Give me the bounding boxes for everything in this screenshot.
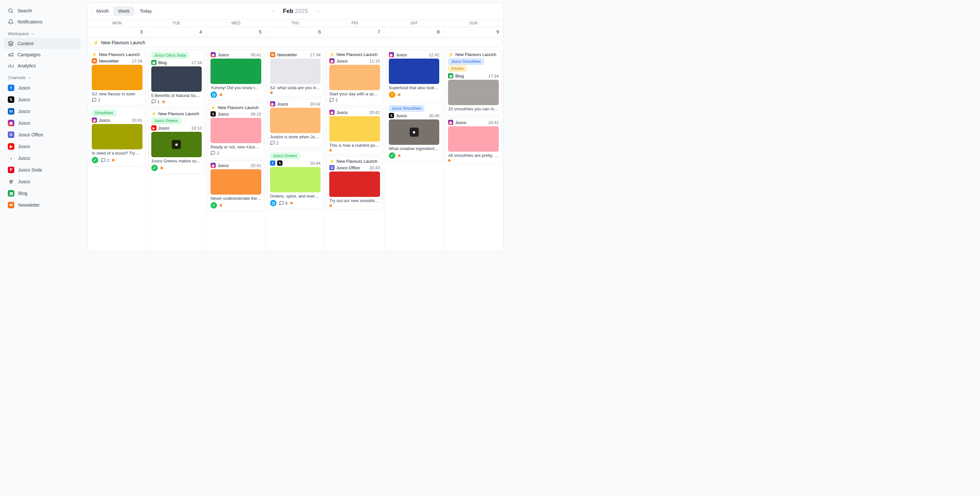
post-card[interactable]: Jusco Citrus Soda▤Blog17:345 Benefits of… [148,50,205,107]
date-cell[interactable]: 6 [266,27,325,37]
post-thumbnail [92,124,143,149]
meta-row: ◷6 [270,200,321,206]
view-week-button[interactable]: Week [113,6,134,16]
post-time: 20:41 [251,163,261,168]
tag: Jusco Smoothies [448,58,484,65]
channel-item-li[interactable]: inJusco [4,105,81,117]
notifications-item[interactable]: Notifications [4,16,81,27]
post-thumbnail [210,169,261,195]
bl-icon: ▤ [8,190,14,196]
comment-count: 2 [92,97,100,102]
sidebar-item-label: Analytics [18,63,36,69]
post-card[interactable]: ⚡New Flavours LaunchJusco Greens▶Jusco18… [148,109,205,174]
channel-item-tt[interactable]: ♪Jusco [4,152,81,164]
channel-name: Jusco [336,59,347,64]
status-badge: ✓ [210,202,217,209]
ig-icon: ◉ [448,120,453,125]
date-cell[interactable]: 3 [88,27,147,37]
sidebar-item-campaigns[interactable]: Campaigns [4,49,81,60]
post-time: 18:10 [191,126,202,131]
date-cell[interactable]: 4 [147,27,207,37]
sidebar: Search Notifications Workspace ContentCa… [0,0,84,254]
day-header: SUN [444,19,503,27]
sidebar-item-analytics[interactable]: Analytics [4,60,81,71]
date-cell[interactable]: 5 [206,27,266,37]
post-thumbnail [329,116,380,142]
bell-icon [8,19,14,25]
layers-icon [8,41,14,46]
channel-name: Jusco Office [336,165,360,170]
post-card[interactable]: ◉Jusco20:42All smoothies are pretty. … [445,118,502,165]
comment-count: 2 [329,97,338,102]
channel-item-x[interactable]: 𝕏Jusco [4,94,81,105]
meta-row [329,204,380,207]
post-thumbnail [389,59,439,84]
channel-item-ig[interactable]: ◉Jusco [4,117,81,129]
post-card[interactable]: ⚡New Flavours Launch◉Jusco11:15Start you… [326,50,383,105]
channel-item-th[interactable]: @Jusco [4,176,81,187]
post-card[interactable]: ◉Jusco20:42Justice is done when Jus…2 [267,99,324,148]
post-card[interactable]: ◉Jusco12:42Superfood that also look…! [386,50,442,101]
post-card[interactable]: ◉Jusco00:41Yummy! Did you know th…◷ [208,50,264,101]
post-caption: Justice is done when Jus… [270,134,321,139]
calendar: Month Week Today ← Feb 2025 → MONTUEWEDT… [87,3,504,251]
post-caption: SJ: what soda are you in … [270,85,321,90]
post-card[interactable]: ⚡New Flavours Launch✉Newsletter17:34SJ: … [89,50,145,105]
spanning-event[interactable]: ⚡ New Flavours Launch [89,38,501,47]
post-card[interactable]: ⚡New Flavours LaunchJusco SmoothiesArtic… [445,50,502,116]
date-cell[interactable]: 7 [325,27,385,37]
post-card[interactable]: Jusco Greensf𝕏20:44Greens, spice, and ev… [267,150,324,209]
g-icon: G [329,165,334,170]
channel-name: Jusco [396,113,407,118]
day-header: THU [266,19,325,27]
next-arrow-icon[interactable]: → [314,7,321,15]
view-month-button[interactable]: Month [92,6,113,16]
channel-item-nl[interactable]: ✉Newsletter [4,199,81,211]
sidebar-item-label: Campaigns [18,52,41,57]
channel-label: Jusco Soda [18,167,42,172]
channel-item-pn[interactable]: PJusco Soda [4,164,81,176]
post-card[interactable]: ◉Jusco20:41Never underestimate the …✓ [208,161,264,212]
channel-item-yt[interactable]: ▶Jusco [4,140,81,152]
date-cell[interactable]: 8 [385,27,444,37]
chevron-up-icon [28,76,32,80]
search-item[interactable]: Search [4,5,81,16]
post-thumbnail [329,65,380,90]
post-caption: Greens, spice, and every… [270,194,321,199]
x-icon: 𝕏 [210,111,216,116]
post-card[interactable]: ◉Jusco20:42This is how a nutrient po… [326,107,383,155]
date-cell[interactable]: 9 [444,27,503,37]
post-caption: Ready or not, new #Jusc… [210,145,261,149]
campaign-label: New Flavours Launch [336,52,377,57]
sidebar-item-content[interactable]: Content [4,38,81,49]
meta-row: 2 [92,97,143,102]
today-button[interactable]: Today [138,6,153,16]
ig-icon: ◉ [329,58,334,64]
search-icon [8,8,14,14]
channel-name: Jusco [277,102,288,107]
svg-marker-2 [8,41,13,44]
post-thumbnail [92,65,143,90]
channels-section-header[interactable]: Channels [4,71,81,82]
ig-icon: ◉ [92,118,97,123]
day-header: FRI [325,19,385,27]
status-dot [112,159,115,161]
post-card[interactable]: ⚡New Flavours Launch𝕏Jusco09:15Ready or … [208,103,264,158]
channel-item-g[interactable]: GJusco Office [4,129,81,140]
month-nav: ← Feb 2025 → [270,7,321,15]
prev-arrow-icon[interactable]: ← [270,7,277,15]
status-dot [398,93,401,96]
channel-item-bl[interactable]: ▤Blog [4,187,81,199]
channel-name: Jusco [218,163,229,168]
workspace-section-header[interactable]: Workspace [4,27,81,38]
post-card[interactable]: Jusco Smoothies𝕏Jusco20:45⏺What creative… [386,103,442,162]
channel-item-fb[interactable]: fJusco [4,82,81,94]
meta-row: ✓ [210,202,261,209]
th-icon: @ [8,179,14,185]
post-card[interactable]: ✉Newsletter17:34SJ: what soda are you in… [267,50,324,97]
post-card[interactable]: ⚡New Flavours LaunchGJusco Office20:43Tr… [326,156,383,210]
post-card[interactable]: Smoothies◉Jusco20:41In need of a boost? … [89,107,145,166]
channel-name: Newsletter [277,53,297,57]
post-time: 09:15 [251,112,261,116]
workspace-label: Workspace [8,31,29,36]
